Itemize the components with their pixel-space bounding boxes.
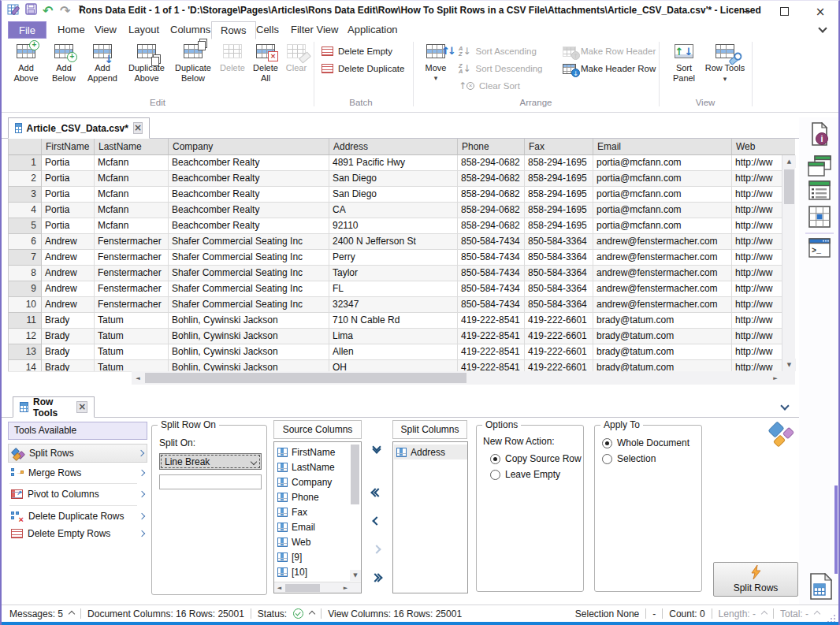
ribbon-collapse-icon[interactable] [818, 24, 827, 32]
cell[interactable]: Lima [329, 329, 458, 344]
details-list-icon[interactable] [808, 180, 831, 203]
move-left-button[interactable] [366, 518, 388, 524]
close-button[interactable]: × [802, 1, 838, 22]
menu-tab-filter-view[interactable]: Filter View [282, 21, 347, 39]
tool-split-rows[interactable]: Split Rows [8, 444, 147, 463]
cell[interactable]: Bohlin, Cywinski Jackson [169, 360, 329, 371]
radio-selection[interactable]: Selection [602, 453, 656, 464]
undo-button[interactable]: ↶ [43, 3, 53, 18]
menu-tab-layout[interactable]: Layout [120, 21, 168, 39]
cell[interactable]: Andrew [42, 281, 95, 297]
panel-scrollbar[interactable] [834, 485, 838, 574]
move-button[interactable]: ↑↓ Move ▾ [419, 42, 452, 84]
cell[interactable]: 419-222-8541 [458, 344, 525, 360]
cell[interactable]: 850-584-7434 [458, 297, 525, 313]
column-header[interactable]: Address [329, 139, 458, 155]
row-number[interactable]: 1 [9, 155, 42, 171]
cell[interactable]: http://ww [732, 155, 782, 171]
cell[interactable]: brady@tatum.com [593, 344, 732, 360]
row-number[interactable]: 14 [9, 360, 42, 371]
scroll-right-icon[interactable]: ► [769, 371, 782, 385]
cell[interactable]: Shafer Commercial Seating Inc [169, 234, 329, 250]
row-number[interactable]: 5 [9, 218, 42, 234]
cell[interactable]: 858-294-1695 [525, 187, 593, 203]
status-expand-icon[interactable] [309, 610, 315, 616]
cell[interactable]: portia@mcfann.com [593, 187, 732, 203]
cell[interactable]: 858-294-1695 [525, 171, 593, 187]
delete-empty-button[interactable]: Delete Empty [322, 44, 392, 58]
sort-descending-button[interactable]: ZA↓ Sort Descending [459, 61, 543, 76]
cell[interactable]: http://ww [732, 203, 782, 218]
cell[interactable]: 858-294-0682 [458, 218, 525, 234]
cell[interactable]: 2400 N Jefferson St [329, 234, 458, 250]
cell[interactable]: Andrew [42, 250, 95, 266]
cell[interactable]: http://ww [732, 250, 782, 266]
cell[interactable]: Fenstermacher [95, 250, 169, 266]
cell[interactable]: Mcfann [95, 187, 169, 203]
document-tab-close-icon[interactable]: × [133, 122, 143, 134]
cell[interactable]: 858-294-0682 [458, 187, 525, 203]
cell[interactable]: andrew@fenstermacher.com [593, 250, 732, 266]
cell[interactable]: Mcfann [95, 218, 169, 234]
cell[interactable]: 858-294-0682 [458, 155, 525, 171]
cell[interactable]: Bohlin, Cywinski Jackson [169, 313, 329, 329]
cell[interactable]: http://ww [732, 266, 782, 281]
list-scroll-right-icon[interactable]: ► [340, 582, 351, 593]
split-on-dropdown[interactable]: Line Break [159, 453, 262, 470]
horizontal-scrollbar[interactable]: ◄ ► [132, 371, 782, 385]
cell[interactable]: 4891 Pacific Hwy [329, 155, 458, 171]
column-item[interactable]: Address [394, 445, 467, 459]
move-all-right-button[interactable] [366, 575, 388, 581]
list-scrollbar-thumb[interactable] [351, 445, 359, 504]
cell[interactable]: FL [329, 281, 458, 297]
cell[interactable]: brady@tatum.com [593, 313, 732, 329]
cell[interactable]: 850-584-3364 [525, 234, 593, 250]
cell[interactable]: 850-584-3364 [525, 297, 593, 313]
cell[interactable]: Portia [42, 187, 95, 203]
cell[interactable]: http://ww [732, 171, 782, 187]
make-header-row-button[interactable]: ↓ Make Header Row [563, 61, 656, 76]
list-scroll-left-icon[interactable]: ◄ [274, 582, 284, 593]
cell[interactable]: 858-294-1695 [525, 203, 593, 218]
row-number[interactable]: 12 [9, 329, 42, 344]
sort-panel-button[interactable]: ↑↓ Sort Panel [665, 42, 703, 84]
cell[interactable]: portia@mcfann.com [593, 218, 732, 234]
sort-ascending-button[interactable]: AZ↓ Sort Ascending [459, 44, 537, 58]
resize-grip[interactable] [834, 615, 835, 616]
row-tools-button[interactable]: Row Tools ▾ [704, 42, 745, 84]
list-horizontal-scrollbar[interactable]: ◄ ► [274, 582, 362, 593]
menu-tab-application[interactable]: Application [339, 21, 407, 39]
column-item[interactable]: [9] [275, 549, 349, 564]
tool-delete-duplicate-rows[interactable]: Delete Duplicate Rows [8, 508, 147, 525]
cell[interactable]: 32347 [329, 297, 458, 313]
column-item[interactable]: FirstName [275, 445, 349, 459]
cell[interactable]: 850-584-7434 [458, 250, 525, 266]
cell[interactable]: http://ww [732, 218, 782, 234]
cell[interactable]: http://ww [732, 329, 782, 344]
row-number[interactable]: 3 [9, 187, 42, 203]
add-below-button[interactable]: + Add Below [46, 42, 82, 84]
cell[interactable]: Mcfann [95, 155, 169, 171]
cell[interactable]: 419-222-8541 [458, 329, 525, 344]
panel-collapse-icon[interactable] [780, 401, 789, 410]
cell[interactable]: Taylor [329, 266, 458, 281]
cell[interactable]: Beachcomber Realty [169, 155, 329, 171]
column-item[interactable]: [10] [275, 564, 349, 579]
move-all-left-button[interactable] [366, 489, 388, 496]
row-number[interactable]: 11 [9, 313, 42, 329]
cell[interactable]: Bohlin, Cywinski Jackson [169, 344, 329, 360]
cell[interactable]: Shafer Commercial Seating Inc [169, 250, 329, 266]
cell[interactable]: Portia [42, 203, 95, 218]
cell[interactable]: portia@mcfann.com [593, 171, 732, 187]
cell[interactable]: http://ww [732, 344, 782, 360]
column-item[interactable]: Fax [275, 504, 349, 519]
column-header[interactable]: Email [593, 139, 732, 155]
cell[interactable]: 850-584-3364 [525, 281, 593, 297]
split-custom-input[interactable] [159, 474, 262, 489]
cell[interactable]: Mcfann [95, 171, 169, 187]
cell-grid-icon[interactable] [808, 206, 831, 231]
save-button[interactable] [25, 3, 37, 15]
cell[interactable]: Brady [42, 360, 95, 371]
cell[interactable]: Bohlin, Cywinski Jackson [169, 329, 329, 344]
cell[interactable]: andrew@fenstermacher.com [593, 281, 732, 297]
